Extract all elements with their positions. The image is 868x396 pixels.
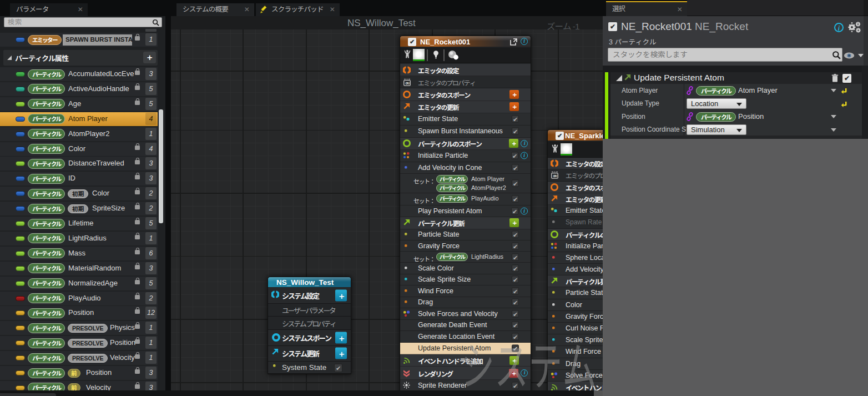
- svg-text:CPU: CPU: [406, 81, 410, 84]
- svg-text:CPU: CPU: [553, 174, 558, 178]
